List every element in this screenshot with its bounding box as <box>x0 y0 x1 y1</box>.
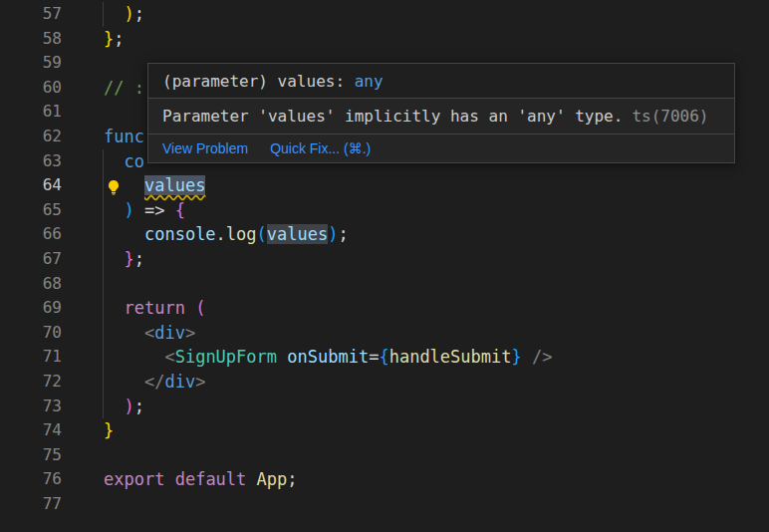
code-text[interactable] <box>62 272 769 297</box>
diagnostic-code: ts(7006) <box>632 107 708 126</box>
code-line: 66 console.log(values); <box>0 222 769 247</box>
line-number[interactable]: 59 <box>0 51 62 76</box>
code-token <box>104 347 164 367</box>
line-number[interactable]: 73 <box>0 395 62 419</box>
code-text[interactable]: ); <box>62 395 769 419</box>
code-token: { <box>379 347 388 367</box>
code-token: ) <box>124 397 133 416</box>
hover-diagnostic-message: Parameter 'values' implicitly has an 'an… <box>148 99 734 134</box>
line-number[interactable]: 76 <box>0 467 62 492</box>
code-line: 69 return ( <box>0 296 769 321</box>
code-line: 58}; <box>0 27 769 52</box>
code-token: ) <box>124 4 133 24</box>
code-token: default <box>175 469 247 489</box>
line-number[interactable]: 62 <box>0 125 62 149</box>
code-text[interactable] <box>62 492 769 517</box>
code-text[interactable]: return ( <box>62 296 769 321</box>
code-text[interactable]: ); <box>62 2 769 27</box>
line-number[interactable]: 75 <box>0 443 62 468</box>
indent-guide <box>103 247 104 272</box>
code-text[interactable]: } <box>62 418 769 443</box>
line-number[interactable]: 65 <box>0 198 62 223</box>
code-token: co <box>124 151 143 171</box>
line-number[interactable]: 58 <box>0 27 62 52</box>
code-token <box>104 200 124 220</box>
line-number[interactable]: 74 <box>0 418 62 443</box>
code-token: ; <box>339 224 349 244</box>
code-line: 72 </div> <box>0 370 769 395</box>
line-number[interactable]: 63 <box>0 149 62 174</box>
line-number[interactable]: 72 <box>0 370 62 395</box>
hover-actions: View Problem Quick Fix... (⌘.) <box>148 134 734 162</box>
code-line: 67 }; <box>0 247 769 272</box>
signature-prefix: (parameter) values: <box>162 72 355 91</box>
line-number[interactable]: 67 <box>0 247 62 272</box>
line-number[interactable]: 77 <box>0 492 62 517</box>
code-line: 64 values <box>0 173 769 198</box>
code-text[interactable]: }; <box>62 247 769 272</box>
code-token: } <box>104 29 114 49</box>
code-line: 76export default App; <box>0 467 769 492</box>
code-text[interactable]: ) => { <box>62 198 769 223</box>
code-token: /> <box>532 347 552 367</box>
code-token <box>277 347 287 367</box>
indent-guide <box>103 345 104 370</box>
code-token <box>246 469 256 489</box>
line-number[interactable]: 71 <box>0 345 62 370</box>
code-token: . <box>216 224 226 244</box>
code-token: log <box>226 224 257 244</box>
code-token: ) <box>328 224 338 244</box>
code-line: 65 ) => { <box>0 198 769 223</box>
code-text[interactable]: values <box>62 173 769 198</box>
code-line: 70 <div> <box>0 321 769 346</box>
line-number[interactable]: 66 <box>0 222 62 247</box>
code-line: 57 ); <box>0 2 769 27</box>
code-token: < <box>164 347 174 367</box>
code-token <box>164 469 174 489</box>
code-text[interactable]: export default App; <box>62 467 769 492</box>
code-line: 74} <box>0 418 769 443</box>
indent-guide <box>103 296 104 321</box>
code-token: } <box>124 249 133 269</box>
code-token <box>104 151 124 171</box>
code-token: ) <box>124 200 133 220</box>
line-number[interactable]: 57 <box>0 2 62 27</box>
code-token <box>104 298 124 318</box>
code-token: ; <box>134 397 144 416</box>
code-text[interactable]: console.log(values); <box>62 222 769 247</box>
line-number[interactable]: 61 <box>0 100 62 125</box>
code-line: 77 <box>0 492 769 517</box>
code-token: > <box>195 372 205 392</box>
values-occurrence-token: values <box>267 224 328 244</box>
indent-guide <box>103 149 104 174</box>
code-token: } <box>512 347 522 367</box>
indent-guide <box>103 370 104 395</box>
code-token: ; <box>114 29 124 49</box>
line-number[interactable]: 64 <box>0 173 62 198</box>
code-editor: 57 );58};5960// :6162func63 co64 values6… <box>0 0 769 532</box>
line-number[interactable]: 60 <box>0 76 62 101</box>
signature-type: any <box>355 72 384 91</box>
code-line: 75 <box>0 443 769 468</box>
code-token <box>104 323 144 343</box>
diagnostic-text: Parameter 'values' implicitly has an 'an… <box>162 107 623 126</box>
code-token <box>522 347 532 367</box>
code-token <box>104 4 124 24</box>
parameter-values-token: values <box>144 175 205 195</box>
code-token <box>104 224 144 244</box>
code-text[interactable]: <SignUpForm onSubmit={handleSubmit} /> <box>62 345 769 370</box>
lightbulb-icon[interactable] <box>106 177 122 193</box>
indent-guide <box>103 2 104 27</box>
code-token: export <box>104 469 164 489</box>
code-token: ; <box>287 469 297 489</box>
code-text[interactable]: }; <box>62 27 769 52</box>
line-number[interactable]: 68 <box>0 272 62 297</box>
code-line: 71 <SignUpForm onSubmit={handleSubmit} /… <box>0 345 769 370</box>
view-problem-link[interactable]: View Problem <box>162 140 248 156</box>
code-text[interactable] <box>62 443 769 468</box>
line-number[interactable]: 70 <box>0 321 62 346</box>
code-text[interactable]: </div> <box>62 370 769 395</box>
quick-fix-link[interactable]: Quick Fix... (⌘.) <box>270 140 371 156</box>
code-text[interactable]: <div> <box>62 321 769 346</box>
line-number[interactable]: 69 <box>0 296 62 321</box>
